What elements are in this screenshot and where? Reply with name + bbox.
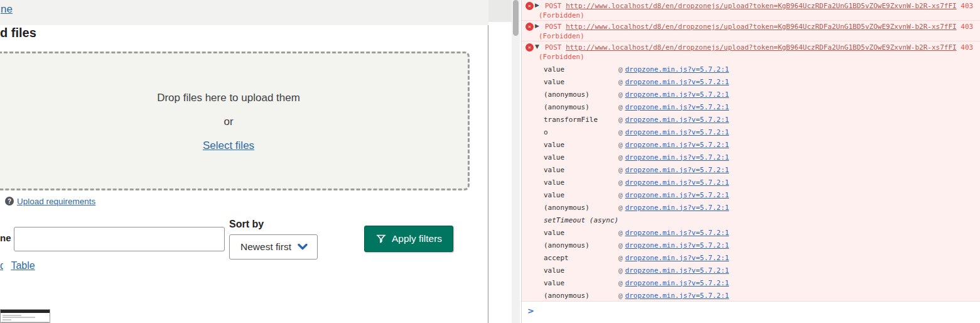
page-scrollbar-thumb[interactable]	[513, 0, 519, 36]
stack-location: @dropzone.min.js?v=5.7.2:1	[618, 279, 729, 287]
console-prompt[interactable]: >	[527, 306, 534, 315]
stack-location: @dropzone.min.js?v=5.7.2:1	[618, 78, 729, 86]
stack-location: @dropzone.min.js?v=5.7.2:1	[618, 178, 729, 187]
stack-location: @dropzone.min.js?v=5.7.2:1	[618, 241, 729, 249]
page-scrollbar-track[interactable]	[512, 0, 520, 323]
request-url-link[interactable]: http://www.localhost/d8/en/dropzonejs/up…	[566, 23, 957, 31]
source-location-link[interactable]: dropzone.min.js?v=5.7.2:1	[625, 103, 730, 111]
source-location-link[interactable]: dropzone.min.js?v=5.7.2:1	[625, 128, 730, 136]
source-location-link[interactable]: dropzone.min.js?v=5.7.2:1	[625, 204, 730, 212]
source-location-link[interactable]: dropzone.min.js?v=5.7.2:1	[625, 141, 730, 149]
stack-location: @dropzone.min.js?v=5.7.2:1	[618, 116, 729, 124]
source-location-link[interactable]: dropzone.min.js?v=5.7.2:1	[625, 241, 730, 249]
stack-function-name: value	[544, 191, 618, 199]
home-link-fragment[interactable]: ne	[1, 3, 13, 16]
stack-frame: transformFile @dropzone.min.js?v=5.7.2:1	[522, 113, 980, 126]
stack-frame: (anonymous) @dropzone.min.js?v=5.7.2:1	[522, 239, 980, 251]
dropzone-or-text: or	[0, 116, 468, 128]
source-location-link[interactable]: dropzone.min.js?v=5.7.2:1	[625, 178, 730, 187]
at-symbol: @	[618, 204, 623, 212]
stack-function-name: value	[544, 166, 618, 174]
disclosure-triangle-icon[interactable]: ▶	[535, 23, 539, 29]
request-method: POST	[545, 43, 562, 52]
stack-location: @dropzone.min.js?v=5.7.2:1	[618, 166, 729, 174]
stack-frame: (anonymous) @dropzone.min.js?v=5.7.2:1	[522, 101, 980, 113]
stack-frame: value @dropzone.min.js?v=5.7.2:1	[522, 163, 980, 176]
console-prompt-chevron: >	[527, 306, 534, 315]
status-code: 403	[961, 2, 973, 10]
stack-frame: value @dropzone.min.js?v=5.7.2:1	[522, 75, 980, 88]
error-icon: ✕	[525, 43, 534, 52]
stack-function-name: value	[544, 279, 618, 287]
stack-location: @dropzone.min.js?v=5.7.2:1	[618, 191, 729, 199]
source-location-link[interactable]: dropzone.min.js?v=5.7.2:1	[625, 65, 730, 74]
status-code: 403	[961, 23, 973, 31]
at-symbol: @	[618, 178, 623, 187]
stack-location: @dropzone.min.js?v=5.7.2:1	[618, 292, 729, 300]
stack-location: @dropzone.min.js?v=5.7.2:1	[618, 90, 729, 99]
stack-function-name: accept	[544, 254, 618, 262]
disclosure-triangle-icon[interactable]: ▼	[535, 43, 539, 50]
sort-select[interactable]: Newest first	[229, 234, 318, 260]
stack-frame: value @dropzone.min.js?v=5.7.2:1	[522, 63, 980, 75]
thumbnail-header-bar	[1, 310, 50, 313]
source-location-link[interactable]: dropzone.min.js?v=5.7.2:1	[625, 166, 730, 174]
source-location-link[interactable]: dropzone.min.js?v=5.7.2:1	[625, 90, 730, 99]
source-location-link[interactable]: dropzone.min.js?v=5.7.2:1	[625, 229, 730, 237]
stack-location: @dropzone.min.js?v=5.7.2:1	[618, 103, 729, 111]
source-location-link[interactable]: dropzone.min.js?v=5.7.2:1	[625, 279, 730, 287]
chevron-down-icon	[298, 243, 308, 251]
name-input[interactable]	[14, 227, 225, 251]
source-location-link[interactable]: dropzone.min.js?v=5.7.2:1	[625, 266, 730, 275]
stack-frame: value @dropzone.min.js?v=5.7.2:1	[522, 264, 980, 276]
source-location-link[interactable]: dropzone.min.js?v=5.7.2:1	[625, 116, 730, 124]
status-text: (Forbidden)	[539, 32, 584, 40]
console-error-expanded: ✕ ▼ POST http://www.localhost/d8/en/drop…	[522, 41, 980, 302]
table-link[interactable]: Table	[11, 260, 35, 271]
stack-function-name: o	[544, 128, 618, 136]
error-message: POST http://www.localhost/d8/en/dropzone…	[539, 0, 975, 20]
status-code: 403	[961, 43, 973, 52]
source-location-link[interactable]: dropzone.min.js?v=5.7.2:1	[625, 153, 730, 162]
source-location-link[interactable]: dropzone.min.js?v=5.7.2:1	[625, 78, 730, 86]
grid-link-fragment[interactable]: d	[0, 260, 3, 271]
at-symbol: @	[618, 191, 623, 199]
file-dropzone[interactable]: Drop files here to upload them or Select…	[0, 52, 470, 190]
disclosure-triangle-icon[interactable]: ▶	[535, 2, 539, 8]
file-thumbnail[interactable]	[0, 309, 50, 323]
request-url-link[interactable]: http://www.localhost/d8/en/dropzonejs/up…	[566, 43, 957, 52]
at-symbol: @	[618, 279, 623, 287]
page-content: ne d files Drop files here to upload the…	[0, 0, 512, 323]
select-files-link[interactable]: Select files	[0, 140, 468, 152]
stack-function-name: (anonymous)	[544, 90, 618, 99]
upload-requirements-link[interactable]: Upload requirements	[17, 197, 95, 206]
sort-selected-value: Newest first	[240, 241, 291, 253]
at-symbol: @	[618, 229, 623, 237]
source-location-link[interactable]: dropzone.min.js?v=5.7.2:1	[625, 292, 730, 300]
at-symbol: @	[618, 90, 623, 99]
apply-filters-button[interactable]: Apply filters	[364, 226, 453, 252]
at-symbol: @	[618, 292, 623, 300]
at-symbol: @	[618, 254, 623, 262]
devtools-console: ✕ ▶ POST http://www.localhost/d8/en/drop…	[521, 0, 980, 323]
source-location-link[interactable]: dropzone.min.js?v=5.7.2:1	[625, 254, 730, 262]
page-title: d files	[0, 26, 36, 40]
filter-funnel-icon	[375, 233, 387, 244]
stack-function-name: (anonymous)	[544, 292, 618, 300]
stack-function-name: value	[544, 141, 618, 149]
view-switcher: d Table	[0, 260, 35, 271]
apply-filters-label: Apply filters	[392, 233, 442, 244]
dropzone-message: Drop files here to upload them	[0, 92, 468, 104]
status-text: (Forbidden)	[539, 11, 584, 19]
stack-function-name: value	[544, 153, 618, 162]
at-symbol: @	[618, 241, 623, 249]
stack-function-name: value	[544, 178, 618, 187]
request-url-link[interactable]: http://www.localhost/d8/en/dropzonejs/up…	[566, 2, 957, 10]
stack-frame: setTimeout (async)	[522, 214, 980, 226]
stack-frame: (anonymous) @dropzone.min.js?v=5.7.2:1	[522, 88, 980, 101]
source-location-link[interactable]: dropzone.min.js?v=5.7.2:1	[625, 191, 730, 199]
at-symbol: @	[618, 116, 623, 124]
stack-location: @dropzone.min.js?v=5.7.2:1	[618, 229, 729, 237]
stack-location: @dropzone.min.js?v=5.7.2:1	[618, 141, 729, 149]
stack-function-name: (anonymous)	[544, 241, 618, 249]
